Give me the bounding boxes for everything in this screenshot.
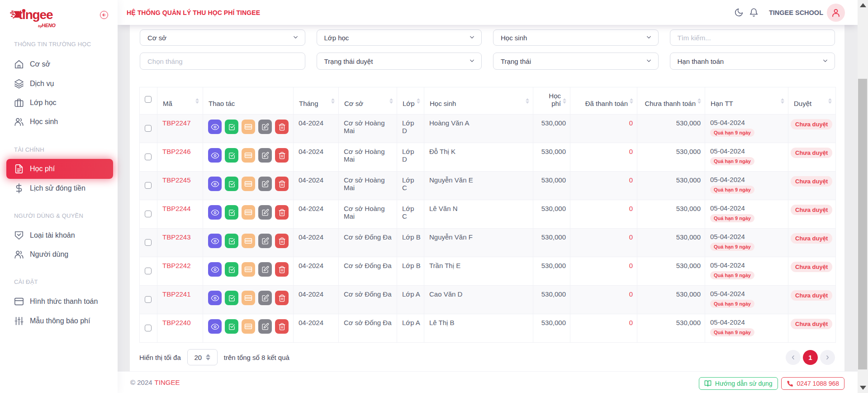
- svg-text:HENO: HENO: [42, 23, 56, 28]
- svg-text:tingee: tingee: [19, 8, 53, 22]
